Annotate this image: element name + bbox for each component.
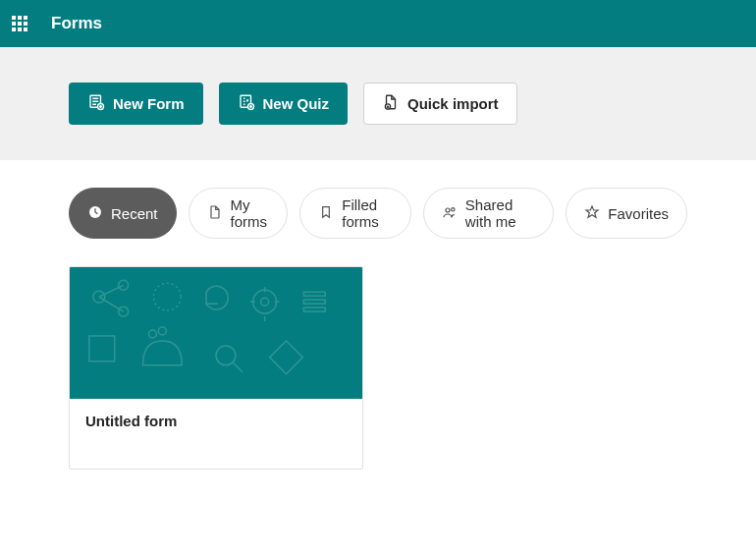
new-quiz-button[interactable]: New Quiz — [219, 83, 349, 125]
app-title: Forms — [51, 14, 102, 33]
svg-point-10 — [119, 306, 129, 316]
svg-point-9 — [119, 280, 129, 290]
card-title: Untitled form — [85, 413, 347, 429]
svg-point-7 — [452, 207, 455, 210]
new-form-button[interactable]: New Form — [69, 83, 203, 125]
quick-import-label: Quick import — [407, 95, 499, 112]
document-icon — [207, 204, 223, 223]
filter-my-forms[interactable]: My forms — [189, 188, 289, 239]
svg-rect-17 — [89, 336, 115, 361]
filter-recent[interactable]: Recent — [69, 188, 177, 239]
filter-filled-forms-label: Filled forms — [342, 196, 393, 230]
new-form-label: New Form — [113, 95, 185, 112]
clock-icon — [87, 204, 103, 223]
svg-point-6 — [446, 208, 450, 212]
svg-point-11 — [153, 283, 181, 310]
content-area: Recent My forms Filled forms — [0, 160, 756, 497]
form-card[interactable]: Untitled form — [69, 266, 363, 470]
top-bar: Forms — [0, 0, 756, 47]
filter-shared-with-me[interactable]: Shared with me — [423, 188, 554, 239]
form-add-icon — [87, 93, 105, 114]
svg-rect-14 — [303, 292, 325, 296]
card-thumbnail — [70, 267, 362, 399]
action-panel: New Form New Quiz — [0, 47, 756, 160]
svg-point-18 — [158, 327, 166, 335]
filter-shared-label: Shared with me — [465, 196, 535, 230]
svg-point-13 — [261, 298, 269, 305]
quick-import-button[interactable]: Quick import — [363, 83, 517, 125]
import-icon — [382, 93, 400, 114]
filter-row: Recent My forms Filled forms — [69, 188, 687, 239]
new-quiz-label: New Quiz — [263, 95, 330, 112]
bookmark-icon — [318, 204, 334, 223]
svg-rect-16 — [303, 307, 325, 311]
star-icon — [584, 204, 600, 223]
people-icon — [442, 204, 458, 223]
svg-point-12 — [253, 290, 277, 313]
app-launcher-icon[interactable] — [12, 16, 27, 31]
action-row: New Form New Quiz — [69, 83, 687, 125]
filter-favorites-label: Favorites — [608, 205, 669, 222]
filter-my-forms-label: My forms — [231, 196, 270, 230]
svg-rect-21 — [270, 341, 303, 374]
card-body: Untitled form — [70, 399, 362, 469]
svg-rect-15 — [303, 300, 325, 304]
quiz-add-icon — [238, 93, 255, 114]
filter-recent-label: Recent — [111, 205, 158, 222]
svg-point-19 — [148, 330, 156, 338]
svg-point-20 — [216, 346, 236, 365]
filter-filled-forms[interactable]: Filled forms — [299, 188, 411, 239]
filter-favorites[interactable]: Favorites — [566, 188, 687, 239]
card-grid: Untitled form — [69, 266, 687, 470]
